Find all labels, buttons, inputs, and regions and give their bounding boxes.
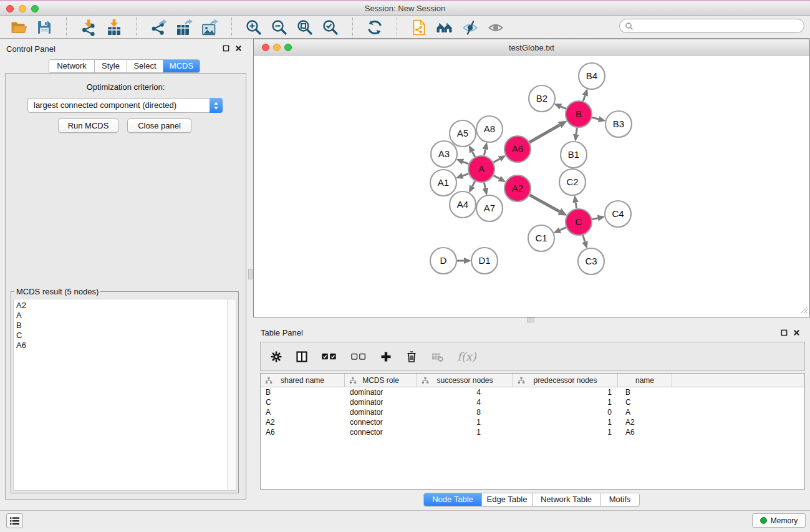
column-header-predecessor-nodes[interactable]: predecessor nodes — [513, 374, 618, 387]
search-box[interactable] — [619, 19, 804, 33]
close-panel-button[interactable]: Close panel — [127, 118, 191, 133]
table-row[interactable]: A2connector11A2 — [261, 417, 804, 427]
column-header-shared-name[interactable]: shared name — [261, 374, 345, 387]
mcds-result-item[interactable]: C — [16, 331, 227, 341]
delete-button[interactable] — [405, 351, 418, 363]
graph-node-C2[interactable]: C2 — [559, 169, 586, 195]
graph-node-A2[interactable]: A2 — [504, 175, 531, 201]
graph-edge-B-B3[interactable] — [592, 117, 599, 119]
mcds-result-item[interactable]: A2 — [16, 301, 227, 311]
tab-style[interactable]: Style — [94, 60, 127, 72]
zoom-in-button[interactable] — [244, 17, 264, 38]
graph-node-A8[interactable]: A8 — [476, 116, 503, 142]
session-from-network-button[interactable] — [409, 17, 429, 38]
close-panel-icon[interactable] — [235, 45, 242, 52]
graph-node-B2[interactable]: B2 — [529, 85, 555, 112]
graph-edge-C-C3[interactable] — [583, 235, 585, 242]
close-table-panel-icon[interactable] — [793, 329, 800, 336]
graph-node-A4[interactable]: A4 — [450, 191, 476, 218]
horizontal-splitter-grip[interactable] — [527, 317, 534, 322]
window-resize-grip[interactable] — [800, 306, 808, 316]
graph-node-B3[interactable]: B3 — [605, 111, 632, 137]
network-window-titlebar[interactable]: testGlobe.txt — [254, 39, 809, 56]
select-all-button[interactable] — [321, 352, 337, 361]
graph-node-A[interactable]: A — [468, 156, 494, 182]
columns-button[interactable] — [296, 351, 308, 363]
graph-node-C1[interactable]: C1 — [528, 225, 554, 251]
export-table-button[interactable] — [174, 17, 194, 38]
graph-node-C4[interactable]: C4 — [605, 201, 631, 227]
graph-node-A6[interactable]: A6 — [504, 136, 531, 162]
graph-node-D1[interactable]: D1 — [471, 248, 498, 274]
result-scrollbar[interactable] — [227, 299, 236, 491]
float-panel-icon[interactable] — [223, 45, 229, 52]
graph-edge-A-A7[interactable] — [484, 183, 485, 188]
graph-node-B4[interactable]: B4 — [579, 63, 605, 89]
graph-edge-B-B2[interactable] — [561, 107, 566, 109]
graph-edge-A2-C[interactable] — [529, 195, 559, 212]
tab-select[interactable]: Select — [127, 60, 163, 72]
mcds-result-item[interactable]: A — [16, 311, 227, 321]
task-history-button[interactable] — [6, 513, 23, 528]
mcds-result-item[interactable]: A6 — [16, 341, 227, 351]
column-header-successor-nodes[interactable]: successor nodes — [417, 374, 513, 387]
tab-edge-table[interactable]: Edge Table — [481, 493, 532, 506]
graph-edge-C-C2[interactable] — [576, 203, 577, 209]
table-row[interactable]: Adominator80A — [261, 407, 804, 417]
show-panel-button[interactable] — [486, 17, 506, 38]
help-home-button[interactable] — [435, 17, 455, 38]
run-mcds-button[interactable]: Run MCDS — [58, 118, 118, 133]
memory-button[interactable]: Memory — [752, 513, 806, 528]
tab-network[interactable]: Network — [49, 60, 94, 72]
graph-edge-A-A8[interactable] — [484, 149, 485, 155]
gear-button[interactable] — [270, 351, 282, 363]
search-input[interactable] — [637, 21, 804, 32]
deselect-all-button[interactable] — [350, 352, 367, 361]
column-header-name[interactable]: name — [618, 374, 672, 387]
float-table-panel-icon[interactable] — [781, 329, 788, 336]
export-image-button[interactable] — [200, 17, 219, 38]
graph-edge-A-A3[interactable] — [463, 162, 469, 164]
export-network-button[interactable] — [148, 17, 168, 38]
graph-edge-A-A5[interactable] — [472, 152, 475, 157]
mcds-result-item[interactable]: B — [16, 321, 227, 331]
import-network-button[interactable] — [79, 17, 99, 38]
save-button[interactable] — [34, 17, 54, 38]
zoom-fit-button[interactable] — [295, 17, 315, 38]
tab-node-table[interactable]: Node Table — [424, 493, 481, 506]
refresh-button[interactable] — [365, 17, 385, 38]
tab-mcds[interactable]: MCDS — [163, 60, 200, 72]
optimization-select[interactable]: largest connected component (directed) — [27, 98, 223, 113]
add-button[interactable] — [380, 351, 392, 363]
graph-edge-A-A1[interactable] — [463, 174, 468, 176]
mcds-result-list[interactable]: A2ABCA6 — [13, 299, 227, 491]
graph-node-B1[interactable]: B1 — [561, 142, 587, 168]
graph-edge-B-B1[interactable] — [576, 128, 577, 134]
column-header-mcds-role[interactable]: MCDS role — [345, 374, 417, 387]
graph-edge-A-A4[interactable] — [472, 181, 475, 186]
graph-node-C3[interactable]: C3 — [578, 248, 604, 274]
table-row[interactable]: A6connector11A6 — [261, 427, 804, 437]
tab-motifs[interactable]: Motifs — [600, 493, 639, 506]
open-folder-button[interactable] — [9, 17, 29, 38]
graph-node-A7[interactable]: A7 — [476, 195, 503, 221]
table-row[interactable]: Bdominator41B — [261, 387, 804, 397]
graph-edge-C-C4[interactable] — [592, 218, 598, 220]
network-graph[interactable]: B4B2BB3A8A5A6B1A3AA1C2A2A4A7C4CC1C3DD1 — [254, 56, 809, 317]
graph-edge-B-B4[interactable] — [583, 95, 585, 101]
hide-panel-button[interactable] — [460, 17, 480, 38]
network-canvas[interactable]: B4B2BB3A8A5A6B1A3AA1C2A2A4A7C4CC1C3DD1 — [254, 56, 809, 317]
graph-edge-C-C1[interactable] — [560, 228, 566, 230]
graph-node-A1[interactable]: A1 — [430, 170, 456, 196]
graph-edge-A-A2[interactable] — [493, 175, 499, 178]
graph-node-C[interactable]: C — [566, 209, 592, 235]
graph-edge-A-A6[interactable] — [493, 159, 499, 163]
graph-node-A3[interactable]: A3 — [431, 141, 457, 167]
graph-node-D[interactable]: D — [430, 248, 456, 274]
tab-network-table[interactable]: Network Table — [532, 493, 600, 506]
import-table-button[interactable] — [104, 17, 124, 38]
graph-node-B[interactable]: B — [566, 101, 592, 127]
zoom-selected-button[interactable] — [321, 17, 340, 38]
table-row[interactable]: Cdominator41C — [261, 397, 804, 407]
graph-edge-A6-B[interactable] — [529, 125, 560, 142]
